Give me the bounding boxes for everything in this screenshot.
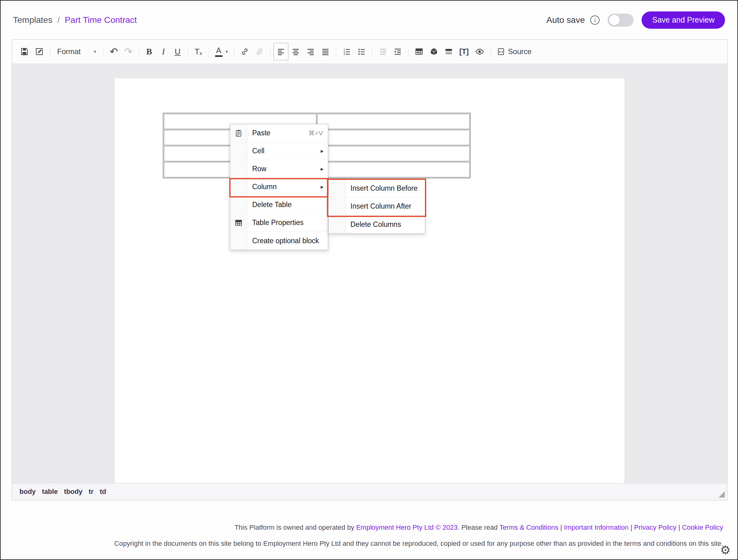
source-button-label: Source <box>508 47 531 56</box>
resize-handle[interactable] <box>719 491 725 498</box>
app-window: Templates / Part Time Contract Auto save… <box>0 0 738 560</box>
menu-icon-gutter <box>230 214 247 232</box>
toolbar-separator <box>209 46 209 57</box>
autosave-label: Auto save <box>546 15 585 25</box>
menu-item-column[interactable]: Column ▸ <box>230 178 328 196</box>
increase-indent-button[interactable] <box>390 43 405 60</box>
menu-item-label: Paste <box>252 129 271 137</box>
decrease-indent-button[interactable] <box>375 43 390 60</box>
unlink-button[interactable] <box>252 43 267 60</box>
justify-button[interactable] <box>318 43 333 60</box>
token-icon: [T] <box>459 47 469 56</box>
align-left-icon <box>277 47 285 56</box>
menu-item-insert-column-after[interactable]: Insert Column After <box>329 198 425 215</box>
footer-link-terms[interactable]: Terms & Conditions <box>499 524 559 531</box>
preview-button[interactable] <box>472 43 487 60</box>
menu-item-label: Cell <box>252 147 265 155</box>
footer-link-employment-hero[interactable]: Employment Hero Pty Ltd © 2023 <box>356 524 458 531</box>
undo-button[interactable]: ↶ <box>107 43 121 60</box>
menu-item-delete-table[interactable]: Delete Table <box>230 196 328 214</box>
document-page[interactable] <box>114 78 625 483</box>
numbered-list-button[interactable]: 123 <box>339 43 354 60</box>
insert-token-button[interactable]: [T] <box>456 43 472 60</box>
remove-format-subscript: x <box>200 51 202 56</box>
table-cell[interactable] <box>317 114 470 129</box>
toolbar-separator <box>103 46 103 57</box>
toolbar-separator <box>50 46 50 57</box>
footer-text: . Please read <box>458 524 499 531</box>
insert-table-button[interactable] <box>412 43 426 60</box>
align-right-button[interactable] <box>303 43 318 60</box>
menu-item-label: Insert Column Before <box>350 184 417 193</box>
source-button[interactable]: Source <box>494 43 534 60</box>
svg-text:3: 3 <box>344 52 345 56</box>
table-cell[interactable] <box>317 146 470 161</box>
align-center-button[interactable] <box>288 43 303 60</box>
path-item-body[interactable]: body <box>19 488 36 496</box>
path-item-td[interactable]: td <box>100 488 106 496</box>
menu-item-label: Column <box>252 183 277 191</box>
italic-icon: I <box>162 47 165 56</box>
submenu-arrow-icon: ▸ <box>321 165 324 173</box>
align-left-button[interactable] <box>274 43 288 60</box>
menu-item-insert-column-before[interactable]: Insert Column Before <box>329 180 425 198</box>
menu-item-label: Table Properties <box>252 219 304 227</box>
footer-link-privacy-policy[interactable]: Privacy Policy <box>634 524 677 531</box>
save-document-button[interactable] <box>17 43 32 60</box>
menu-item-shortcut: ⌘+V <box>308 129 323 137</box>
new-document-button[interactable] <box>32 43 47 60</box>
autosave-toggle[interactable] <box>608 14 634 27</box>
menu-item-row[interactable]: Row ▸ <box>230 160 328 178</box>
editor-content-area <box>12 64 727 483</box>
bulleted-list-button[interactable] <box>354 43 369 60</box>
table-icon <box>415 47 423 56</box>
save-and-preview-button[interactable]: Save and Preview <box>642 11 725 29</box>
breadcrumb-separator: / <box>57 15 60 25</box>
path-item-tbody[interactable]: tbody <box>64 488 82 496</box>
submenu-arrow-icon: ▸ <box>321 148 324 155</box>
menu-icon-gutter <box>230 142 247 160</box>
menu-item-cell[interactable]: Cell ▸ <box>230 142 328 160</box>
footer-link-important-information[interactable]: Important Information <box>564 524 629 531</box>
menu-item-label: Delete Columns <box>350 220 401 229</box>
breadcrumb-templates[interactable]: Templates <box>13 15 52 25</box>
insert-block-button[interactable] <box>426 43 441 60</box>
text-color-dropdown[interactable]: A ▾ <box>212 43 231 60</box>
unlink-icon <box>255 47 264 56</box>
table-cell[interactable] <box>317 162 470 178</box>
format-dropdown[interactable]: Format ▾ <box>53 43 100 60</box>
menu-item-table-properties[interactable]: Table Properties <box>230 214 328 232</box>
menu-icon-gutter <box>230 178 247 196</box>
footer-line-1: This Platform is owned and operated by E… <box>1 524 737 532</box>
footer-separator: | <box>629 524 634 531</box>
menu-item-paste[interactable]: Paste ⌘+V <box>230 124 328 142</box>
gear-icon[interactable]: ⚙ <box>720 543 731 557</box>
menu-item-create-optional-block[interactable]: Create optional block <box>230 232 328 250</box>
menu-item-delete-columns[interactable]: Delete Columns <box>329 215 425 233</box>
redo-button[interactable]: ↷ <box>121 43 136 60</box>
link-button[interactable] <box>237 43 252 60</box>
justify-icon <box>321 47 330 56</box>
italic-button[interactable]: I <box>156 43 170 60</box>
chevron-down-icon: ▾ <box>94 49 96 54</box>
redo-icon: ↷ <box>124 47 132 56</box>
bold-button[interactable]: B <box>142 43 156 60</box>
menu-icon-gutter <box>329 215 346 233</box>
menu-item-label: Delete Table <box>252 201 291 209</box>
toolbar-separator <box>188 46 188 57</box>
layout-blocks-button[interactable] <box>441 43 456 60</box>
text-color-letter: A <box>216 47 221 54</box>
toolbar-separator <box>372 46 372 57</box>
remove-format-button[interactable]: Tx <box>191 43 206 60</box>
underline-button[interactable]: U <box>170 43 185 60</box>
info-icon[interactable]: i <box>590 15 600 25</box>
menu-item-label: Create optional block <box>252 237 319 245</box>
format-dropdown-label: Format <box>57 47 81 56</box>
footer-link-cookie-policy[interactable]: Cookie Policy <box>682 524 723 531</box>
path-item-tr[interactable]: tr <box>89 488 94 496</box>
path-item-table[interactable]: table <box>42 488 58 496</box>
underline-icon: U <box>174 47 180 56</box>
submenu-arrow-icon: ▸ <box>321 183 324 190</box>
chevron-down-icon: ▾ <box>226 49 228 54</box>
table-cell[interactable] <box>317 130 470 145</box>
